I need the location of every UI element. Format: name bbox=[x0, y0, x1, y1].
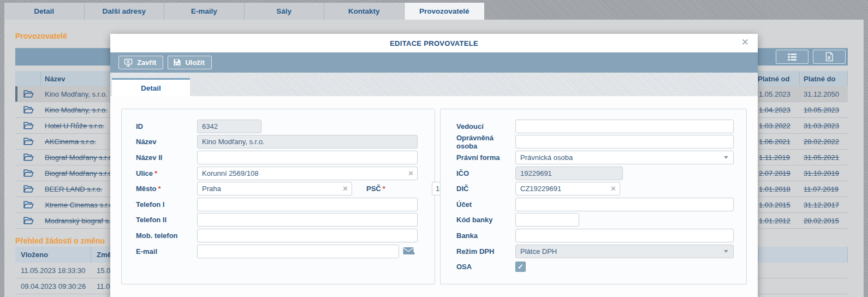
ico-field[interactable] bbox=[515, 167, 623, 180]
kod-banky-row: Kód banky bbox=[441, 212, 746, 228]
close-icon[interactable]: ✕ bbox=[741, 38, 749, 47]
folder-icon bbox=[23, 185, 34, 193]
folder-icon bbox=[23, 153, 34, 162]
ucet-label: Účet bbox=[456, 200, 515, 209]
e-mail-field[interactable] bbox=[197, 245, 399, 258]
valid-to: 31.12.2050 bbox=[800, 86, 848, 102]
send-mail-icon[interactable] bbox=[403, 247, 415, 256]
save-button-label: Uložit bbox=[185, 58, 204, 67]
excel-file-icon bbox=[825, 52, 834, 62]
folder-icon bbox=[23, 137, 34, 146]
address-panel: IDNázevNázev IIUlice*✕Město*✕PSČ*✕Telefo… bbox=[121, 109, 435, 284]
mesto-field[interactable] bbox=[197, 182, 352, 195]
nazev-ii-field[interactable] bbox=[197, 151, 418, 164]
open-record-button[interactable] bbox=[15, 102, 41, 117]
valid-from: 1.01.2018 bbox=[755, 181, 800, 197]
valid-to: 31.05.2021 bbox=[800, 150, 848, 165]
excel-export-button[interactable] bbox=[813, 50, 846, 64]
mob-telefon-field[interactable] bbox=[197, 229, 418, 242]
banka-row: Banka bbox=[441, 228, 746, 243]
folder-icon bbox=[23, 200, 34, 209]
open-record-button[interactable] bbox=[15, 86, 41, 102]
valid-to: 31.03.2023 bbox=[800, 118, 848, 133]
tab-provozovatele[interactable]: Provozovatelé bbox=[405, 3, 485, 20]
dic-row: DIČ✕ bbox=[441, 181, 746, 197]
valid-from: 1.11.2019 bbox=[755, 150, 800, 165]
folder-icon bbox=[23, 90, 34, 98]
open-record-button[interactable] bbox=[15, 118, 41, 133]
company-panel: VedoucíOprávněná osobaPrávní formaPrávni… bbox=[440, 109, 747, 284]
ico-label: IČO bbox=[456, 169, 515, 177]
valid-to: 10.05.2023 bbox=[800, 102, 848, 117]
exit-monitor-icon bbox=[124, 58, 133, 67]
id-field[interactable] bbox=[197, 120, 261, 133]
telefon-i-field[interactable] bbox=[197, 198, 418, 211]
modal-divider-strip bbox=[110, 73, 758, 78]
rezim-dph-row: Režim DPHPlátce DPH bbox=[441, 243, 746, 259]
telefon-i-label: Telefon I bbox=[136, 200, 197, 209]
telefon-ii-field[interactable] bbox=[197, 213, 418, 227]
valid-from: 1.01.2012 bbox=[755, 213, 800, 228]
icon-column-header bbox=[15, 71, 41, 86]
folder-icon bbox=[23, 105, 34, 114]
nazev-field[interactable] bbox=[197, 135, 418, 148]
open-record-button[interactable] bbox=[15, 165, 41, 181]
modal-body: IDNázevNázev IIUlice*✕Město*✕PSČ*✕Telefo… bbox=[110, 96, 758, 297]
tab-kontakty[interactable]: Kontakty bbox=[324, 3, 405, 20]
id-label: ID bbox=[136, 122, 197, 130]
save-button[interactable]: Uložit bbox=[168, 56, 211, 69]
open-record-button[interactable] bbox=[15, 213, 41, 228]
open-record-button[interactable] bbox=[15, 134, 41, 149]
valid-to: 31.12.2017 bbox=[800, 197, 848, 212]
opravnena-osoba-field[interactable] bbox=[515, 135, 734, 148]
e-mail-label: E-mail bbox=[136, 247, 197, 256]
opravnena-osoba-label: Oprávněná osoba bbox=[456, 134, 515, 150]
valid-from-column-header: Platné od bbox=[755, 71, 800, 86]
valid-to: 28.02.2015 bbox=[800, 213, 848, 228]
tab-saly[interactable]: Sály bbox=[245, 3, 325, 20]
banka-field[interactable] bbox=[515, 229, 734, 242]
valid-from: 1.03.2015 bbox=[755, 197, 800, 212]
chevron-down-icon bbox=[724, 156, 728, 159]
tab-dalsi-adresy[interactable]: Další adresy bbox=[85, 3, 165, 20]
vedouci-label: Vedoucí bbox=[456, 122, 515, 130]
close-button[interactable]: Zavřít bbox=[118, 56, 163, 69]
ulice-field[interactable] bbox=[197, 167, 418, 180]
telefon-i-row: Telefon I bbox=[122, 197, 435, 212]
valid-to: 28.02.2022 bbox=[800, 134, 848, 149]
columns-button[interactable] bbox=[776, 50, 808, 64]
valid-from: 1.03.2022 bbox=[755, 118, 800, 133]
clear-icon[interactable]: ✕ bbox=[342, 185, 348, 192]
banka-label: Banka bbox=[456, 231, 515, 240]
pravni-forma-select[interactable]: Právnická osoba bbox=[515, 151, 734, 164]
dic-label: DIČ bbox=[456, 185, 515, 193]
ucet-field[interactable] bbox=[515, 198, 734, 211]
dic-field[interactable] bbox=[515, 182, 620, 195]
open-record-button[interactable] bbox=[15, 181, 41, 197]
rezim-dph-select[interactable]: Plátce DPH bbox=[515, 245, 734, 258]
vedouci-field[interactable] bbox=[515, 120, 734, 133]
page: DetailDalší adresyE-mailySályKontaktyPro… bbox=[0, 0, 868, 297]
columns-icon bbox=[787, 53, 797, 61]
rezim-dph-label: Režim DPH bbox=[456, 247, 515, 256]
clear-icon[interactable]: ✕ bbox=[408, 170, 414, 177]
edit-operator-modal: EDITACE PROVOVATELE ✕ Zavřít Ulož bbox=[110, 34, 758, 297]
tab-detail[interactable]: Detail bbox=[4, 3, 85, 20]
mob-telefon-label: Mob. telefon bbox=[136, 231, 197, 240]
ulice-label: Ulice* bbox=[136, 169, 197, 177]
ico-row: IČO bbox=[441, 165, 746, 181]
valid-from: 2.07.2019 bbox=[755, 165, 800, 181]
kod-banky-field[interactable] bbox=[515, 213, 579, 227]
clear-icon[interactable]: ✕ bbox=[610, 185, 616, 192]
osa-checkbox[interactable]: ✓ bbox=[515, 262, 526, 272]
tab-detail[interactable]: Detail bbox=[112, 78, 190, 96]
tab-e-maily[interactable]: E-maily bbox=[164, 3, 245, 20]
ucet-row: Účet bbox=[441, 197, 746, 212]
pravni-forma-label: Právní forma bbox=[456, 153, 515, 162]
pravni-forma-row: Právní formaPrávnická osoba bbox=[441, 150, 746, 165]
mob-telefon-row: Mob. telefon bbox=[122, 228, 435, 243]
required-asterisk: * bbox=[383, 185, 385, 193]
nazev-ii-row: Název II bbox=[122, 150, 435, 165]
open-record-button[interactable] bbox=[15, 150, 41, 165]
open-record-button[interactable] bbox=[15, 197, 41, 212]
